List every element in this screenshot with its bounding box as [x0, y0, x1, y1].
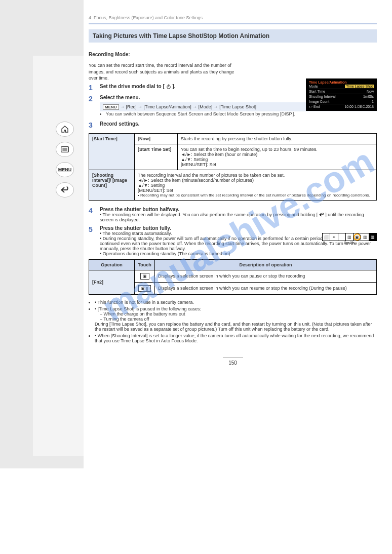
page-number: 150	[223, 358, 243, 366]
nav-menu-button[interactable]: MENU	[56, 162, 74, 177]
svg-point-4	[167, 86, 170, 89]
clock-icon	[166, 84, 173, 89]
icon-strip: ⬜✦▥▣▥▥ 0m43s	[322, 233, 377, 245]
operations-table: Operation Touch Description of operation…	[89, 259, 377, 295]
back-inline-icon	[319, 212, 326, 217]
touch-icon-1: ▣	[140, 273, 149, 280]
nav-back-button[interactable]	[56, 182, 74, 197]
nav-home-button[interactable]	[56, 122, 74, 137]
sidebar: MENU	[0, 0, 84, 468]
nav-list-button[interactable]	[56, 142, 74, 157]
notes: • This function is not for use in a secu…	[89, 300, 377, 343]
lcd-preview: Time Lapse/Animation ModeTime Lapse Shot…	[306, 78, 377, 111]
intro-paragraph: You can set the record start time, the r…	[89, 62, 241, 82]
breadcrumb: 4. Focus, Brightness (Exposure) and Colo…	[89, 15, 377, 20]
content: manualshive.com 4. Focus, Brightness (Ex…	[84, 0, 392, 468]
section-heading: Taking Pictures with Time Lapse Shot/Sto…	[89, 29, 377, 43]
step-3: 3 Record settings.	[89, 121, 377, 129]
settings-table: [Start Time] [Now] Starts the recording …	[89, 133, 377, 201]
rec-mode-label: Recording Mode:	[89, 52, 130, 57]
step-4: 4 Press the shutter button halfway. • Th…	[89, 207, 377, 222]
touch-icon-2: ▣ ||	[138, 285, 150, 292]
